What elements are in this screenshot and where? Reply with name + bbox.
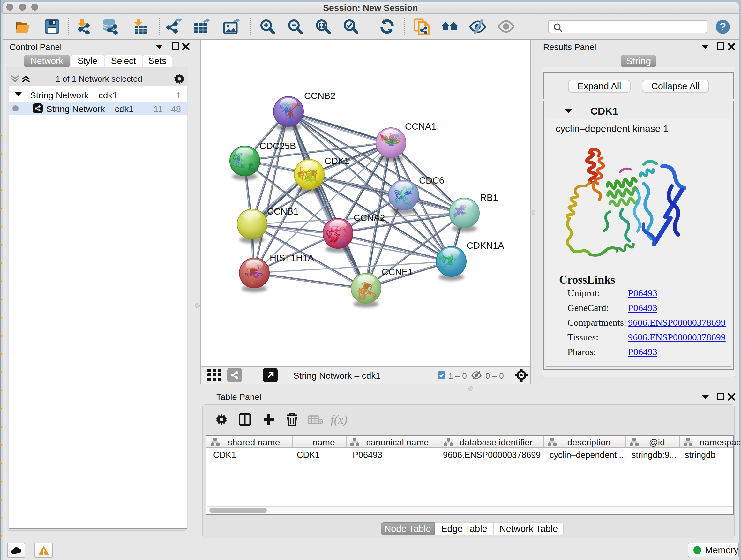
svg-text:RB1: RB1 <box>480 192 498 203</box>
svg-text:CDC6: CDC6 <box>419 175 444 186</box>
svg-text:CDKN1A: CDKN1A <box>467 240 504 251</box>
svg-text:CDC25B: CDC25B <box>259 141 296 151</box>
svg-text:CCNB1: CCNB1 <box>267 206 298 216</box>
svg-text:CCNA1: CCNA1 <box>405 121 436 132</box>
svg-text:CCNB2: CCNB2 <box>304 91 335 101</box>
svg-text:CCNE1: CCNE1 <box>382 267 413 277</box>
svg-text:HIST1H1A: HIST1H1A <box>270 253 314 263</box>
svg-text:CDK1: CDK1 <box>325 156 349 166</box>
svg-text:CCNA2: CCNA2 <box>354 212 385 223</box>
